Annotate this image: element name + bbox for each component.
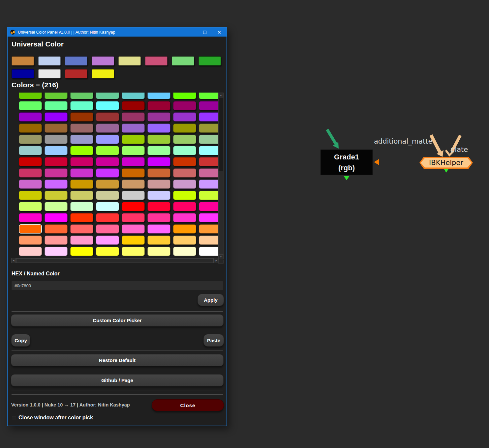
color-swatch[interactable] xyxy=(45,112,68,122)
color-swatch[interactable] xyxy=(96,191,119,200)
color-swatch[interactable] xyxy=(122,236,145,245)
color-swatch[interactable] xyxy=(70,146,93,155)
paste-button[interactable]: Paste xyxy=(203,334,224,347)
color-swatch[interactable] xyxy=(70,202,93,211)
apply-button[interactable]: Apply xyxy=(198,294,224,306)
restore-default-button[interactable]: Restore Default xyxy=(11,354,224,366)
color-swatch[interactable] xyxy=(147,236,170,245)
color-swatch[interactable] xyxy=(122,135,145,144)
color-swatch[interactable] xyxy=(45,202,68,211)
color-swatch[interactable] xyxy=(173,168,196,178)
color-swatch[interactable] xyxy=(45,93,68,99)
color-swatch[interactable] xyxy=(173,101,196,110)
color-swatch[interactable] xyxy=(96,247,119,256)
color-swatch[interactable] xyxy=(45,157,68,166)
color-swatch[interactable] xyxy=(70,168,93,178)
color-swatch[interactable] xyxy=(147,93,170,99)
color-swatch[interactable] xyxy=(70,157,93,166)
color-swatch[interactable] xyxy=(147,135,170,144)
color-swatch[interactable] xyxy=(122,146,145,155)
color-swatch[interactable] xyxy=(70,124,93,133)
color-swatch[interactable] xyxy=(147,202,170,211)
color-swatch[interactable] xyxy=(173,157,196,166)
color-swatch[interactable] xyxy=(147,101,170,110)
color-swatch[interactable] xyxy=(96,180,119,189)
color-swatch[interactable] xyxy=(45,191,68,200)
color-swatch[interactable] xyxy=(173,124,196,133)
color-swatch[interactable] xyxy=(65,56,87,66)
close-window-button[interactable]: ✕ xyxy=(212,28,227,37)
color-swatch[interactable] xyxy=(45,168,68,178)
color-swatch[interactable] xyxy=(147,213,170,222)
color-swatch[interactable] xyxy=(96,112,119,122)
color-swatch[interactable] xyxy=(147,112,170,122)
color-swatch[interactable] xyxy=(173,135,196,144)
color-swatch[interactable] xyxy=(147,247,170,256)
color-swatch[interactable] xyxy=(199,56,221,66)
color-swatch[interactable] xyxy=(147,124,170,133)
color-swatch[interactable] xyxy=(38,69,61,78)
color-swatch[interactable] xyxy=(122,93,145,99)
color-swatch[interactable] xyxy=(122,213,145,222)
color-swatch[interactable] xyxy=(96,101,119,110)
scroll-left-button[interactable]: ◀ xyxy=(11,258,16,263)
color-swatch[interactable] xyxy=(122,247,145,256)
color-swatch[interactable] xyxy=(96,202,119,211)
color-swatch[interactable] xyxy=(122,157,145,166)
maximize-button[interactable] xyxy=(198,28,212,37)
vertical-scrollbar-thumb[interactable] xyxy=(219,171,223,254)
color-swatch[interactable] xyxy=(147,191,170,200)
color-swatch[interactable] xyxy=(38,56,61,66)
color-swatch[interactable] xyxy=(70,213,93,222)
color-swatch[interactable] xyxy=(45,213,68,222)
color-swatch[interactable] xyxy=(145,56,168,66)
color-swatch[interactable] xyxy=(173,224,196,234)
horizontal-scrollbar-thumb[interactable] xyxy=(16,258,214,263)
color-swatch[interactable] xyxy=(122,180,145,189)
color-swatch[interactable] xyxy=(173,191,196,200)
color-swatch[interactable] xyxy=(19,157,42,166)
ibkhelper-node[interactable]: IBKHelper xyxy=(419,157,473,169)
color-swatch[interactable] xyxy=(70,247,93,256)
color-swatch[interactable] xyxy=(12,56,34,66)
scroll-up-button[interactable]: ▲ xyxy=(218,93,224,98)
scroll-down-button[interactable]: ▼ xyxy=(218,254,224,259)
titlebar[interactable]: Universal Color Panel v1.0.0 | | Author:… xyxy=(8,28,227,37)
color-swatch[interactable] xyxy=(19,213,42,222)
color-swatch[interactable] xyxy=(173,247,196,256)
color-swatch[interactable] xyxy=(173,236,196,245)
close-after-pick-checkbox[interactable] xyxy=(12,416,16,420)
color-swatch[interactable] xyxy=(19,93,42,99)
color-swatch[interactable] xyxy=(96,168,119,178)
custom-color-picker-button[interactable]: Custom Color Picker xyxy=(11,314,224,326)
color-swatch[interactable] xyxy=(173,146,196,155)
color-swatch[interactable] xyxy=(122,191,145,200)
color-swatch[interactable] xyxy=(173,180,196,189)
color-swatch[interactable] xyxy=(70,191,93,200)
color-swatch[interactable] xyxy=(19,236,42,245)
color-swatch[interactable] xyxy=(12,69,34,78)
color-swatch[interactable] xyxy=(19,146,42,155)
color-swatch[interactable] xyxy=(96,135,119,144)
color-swatch[interactable] xyxy=(122,202,145,211)
color-swatch[interactable] xyxy=(70,135,93,144)
github-page-button[interactable]: Github / Page xyxy=(11,374,224,386)
color-swatch[interactable] xyxy=(122,101,145,110)
color-swatch[interactable] xyxy=(45,146,68,155)
color-swatch[interactable] xyxy=(19,202,42,211)
color-swatch[interactable] xyxy=(96,93,119,99)
color-swatch[interactable] xyxy=(19,168,42,178)
color-swatch[interactable] xyxy=(96,157,119,166)
color-swatch[interactable] xyxy=(70,112,93,122)
color-swatch[interactable] xyxy=(19,180,42,189)
color-swatch[interactable] xyxy=(96,224,119,234)
color-swatch[interactable] xyxy=(92,56,114,66)
color-swatch[interactable] xyxy=(45,135,68,144)
color-swatch[interactable] xyxy=(147,224,170,234)
close-panel-button[interactable]: Close xyxy=(152,399,224,411)
color-swatch[interactable] xyxy=(92,69,114,78)
color-swatch[interactable] xyxy=(96,236,119,245)
copy-button[interactable]: Copy xyxy=(11,334,30,347)
color-swatch[interactable] xyxy=(45,224,68,234)
color-swatch[interactable] xyxy=(173,213,196,222)
